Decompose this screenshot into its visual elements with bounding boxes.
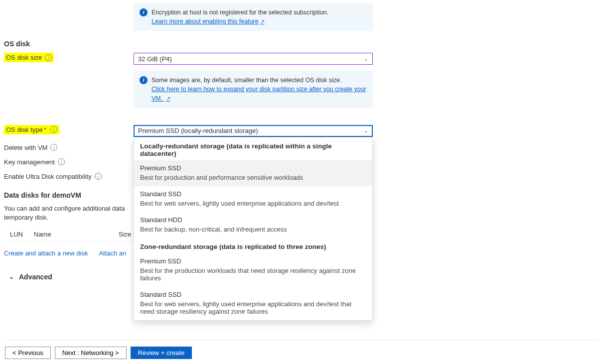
dropdown-group-zrs: Zone-redundant storage (data is replicat…: [134, 238, 372, 253]
os-disk-type-label: OS disk type * i: [4, 125, 59, 134]
create-attach-disk-link[interactable]: Create and attach a new disk: [4, 249, 88, 257]
info-icon[interactable]: i: [50, 144, 57, 151]
col-lun: LUN: [4, 228, 32, 242]
chevron-down-icon: ⌄: [364, 56, 368, 62]
info-icon: i: [140, 8, 148, 16]
previous-button[interactable]: < Previous: [5, 347, 51, 359]
info-icon[interactable]: i: [58, 158, 65, 165]
dropdown-option-standard-hdd-lrs[interactable]: Standard HDD Best for backup, non-critic…: [134, 212, 372, 238]
chevron-down-icon: ⌄: [364, 127, 368, 134]
os-disk-size-label: OS disk size i: [4, 53, 54, 62]
col-name: Name: [32, 228, 117, 242]
key-management-label: Key management i: [4, 156, 134, 166]
image-size-notice-text: Some images are, by default, smaller tha…: [151, 77, 341, 84]
os-disk-size-select[interactable]: 32 GiB (P4) ⌄: [134, 53, 373, 65]
encryption-learn-more-link[interactable]: Learn more about enabling this feature↗: [151, 18, 265, 25]
expand-disk-link[interactable]: Click here to learn how to expand your d…: [151, 86, 366, 102]
required-marker: *: [44, 126, 46, 133]
dropdown-option-standard-ssd-lrs[interactable]: Standard SSD Best for web servers, light…: [134, 186, 372, 212]
attach-existing-disk-link[interactable]: Attach an: [99, 249, 126, 257]
dropdown-option-premium-ssd-zrs[interactable]: Premium SSD Best for the production work…: [134, 253, 372, 287]
advanced-section-toggle[interactable]: ⌄ Advanced: [4, 269, 124, 285]
external-link-icon: ↗: [260, 18, 265, 24]
encryption-notice-text: Encryption at host is not registered for…: [151, 9, 328, 16]
wizard-footer: < Previous Next : Networking > Review + …: [5, 340, 600, 359]
delete-with-vm-label: Delete with VM i: [4, 142, 134, 151]
encryption-notice: i Encryption at host is not registered f…: [134, 3, 373, 31]
os-disk-type-select[interactable]: Premium SSD (locally-redundant storage) …: [134, 125, 373, 137]
dropdown-option-premium-ssd-lrs[interactable]: Premium SSD Best for production and perf…: [134, 160, 372, 186]
os-disk-type-value: Premium SSD (locally-redundant storage): [138, 127, 258, 134]
info-icon: i: [140, 76, 148, 84]
os-disk-type-dropdown[interactable]: Locally-redundant storage (data is repli…: [134, 137, 373, 321]
ultra-disk-label: Enable Ultra Disk compatibility i: [4, 171, 134, 180]
external-link-icon: ↗: [166, 96, 170, 102]
next-button[interactable]: Next : Networking >: [55, 347, 127, 359]
chevron-down-icon: ⌄: [9, 273, 14, 280]
os-disk-size-value: 32 GiB (P4): [138, 55, 172, 63]
info-icon[interactable]: i: [45, 54, 52, 61]
dropdown-group-lrs: Locally-redundant storage (data is repli…: [134, 137, 372, 160]
image-size-notice: i Some images are, by default, smaller t…: [134, 71, 373, 108]
info-icon[interactable]: i: [50, 126, 57, 133]
review-create-button[interactable]: Review + create: [131, 347, 192, 359]
dropdown-option-standard-ssd-zrs[interactable]: Standard SSD Best for web servers, light…: [134, 287, 372, 320]
info-icon[interactable]: i: [95, 173, 102, 180]
os-disk-section-title: OS disk: [4, 40, 605, 48]
